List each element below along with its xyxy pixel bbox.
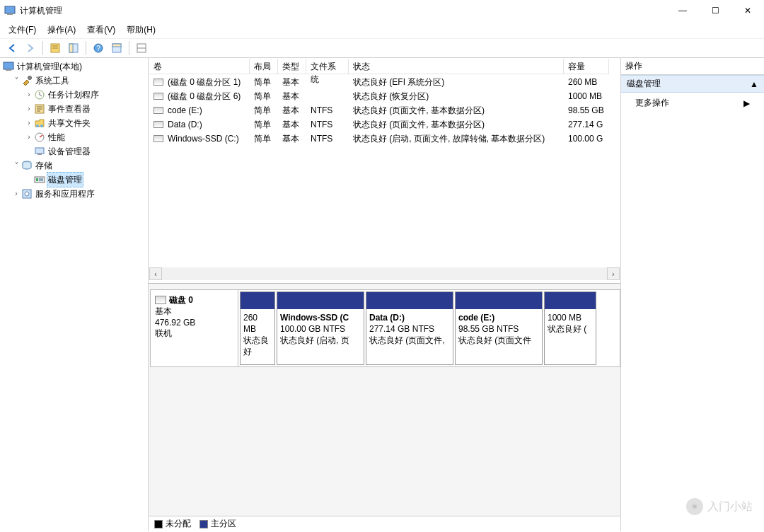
actions-section-disk-management[interactable]: 磁盘管理 ▲ [621,75,764,93]
partition-line2: 状态良好 (页面文件, [369,335,450,346]
svg-point-13 [28,76,32,80]
close-button[interactable]: ✕ [731,0,764,21]
disk-type: 基本 [155,306,233,318]
tree-task-scheduler[interactable]: ›任务计划程序 [0,88,148,102]
svg-rect-23 [36,178,38,181]
partition-line2: 状态良好 [243,335,272,357]
partition-line1: 1000 MB [548,312,593,323]
properties-button[interactable] [47,40,63,56]
forward-button[interactable] [23,40,38,56]
volume-capacity: 1000 MB [564,91,609,101]
col-filesystem[interactable]: 文件系统 [306,59,349,74]
actions-pane: 操作 磁盘管理 ▲ 更多操作 ▶ [621,58,764,531]
partition-line1: 260 MB [243,312,272,335]
expand-icon[interactable]: › [24,88,34,102]
maximize-button[interactable]: ☐ [699,0,731,21]
options-button[interactable] [109,40,125,56]
legend: 未分配 主分区 [149,516,620,531]
volume-type: 基本 [278,105,306,117]
performance-icon [34,132,45,143]
scroll-right-button[interactable]: › [607,267,620,280]
disk-info: 磁盘 0 基本 476.92 GB 联机 [151,290,238,366]
disk-management-icon [34,174,45,185]
tree-storage[interactable]: ˅ 存储 [0,158,148,173]
volume-layout: 简单 [250,133,278,145]
scroll-left-button[interactable]: ‹ [149,267,162,280]
minimize-button[interactable]: — [666,0,699,21]
legend-swatch-blue [199,520,208,528]
tree-root[interactable]: 计算机管理(本地) [0,59,148,74]
collapse-icon[interactable]: ˅ [11,74,21,88]
tree-performance[interactable]: ›性能 [0,130,148,144]
disk-partition[interactable]: code (E:)98.55 GB NTFS状态良好 (页面文件 [455,291,543,365]
tree-event-viewer[interactable]: ›事件查看器 [0,102,148,116]
computer-management-icon [3,61,14,72]
storage-icon [21,160,33,171]
volume-name: (磁盘 0 磁盘分区 6) [168,91,241,101]
svg-point-16 [36,125,39,127]
chevron-right-icon: ▶ [743,98,750,108]
help-button[interactable]: ? [91,40,106,56]
watermark: ✶ 入门小站 [686,498,753,515]
clock-icon [34,89,45,100]
col-volume[interactable]: 卷 [149,59,250,74]
expand-icon[interactable]: › [11,187,21,201]
show-hide-console-tree-button[interactable] [66,40,81,56]
tree-label: 事件查看器 [47,102,92,116]
partition-title: Windows-SSD (C [280,312,361,323]
col-status[interactable]: 状态 [349,59,564,74]
event-icon [34,103,45,115]
col-capacity[interactable]: 容量 [564,59,609,74]
tools-icon [21,75,33,86]
split-view-button[interactable] [134,40,149,56]
col-layout[interactable]: 布局 [250,59,278,74]
volume-row[interactable]: code (E:)简单基本NTFS状态良好 (页面文件, 基本数据分区)98.5… [149,103,620,117]
volume-icon [154,79,163,86]
disk-partition[interactable]: 1000 MB状态良好 ( [544,291,596,365]
disk-size: 476.92 GB [155,318,233,328]
disk-partition[interactable]: 260 MB状态良好 [240,291,275,365]
tree-disk-management[interactable]: ›磁盘管理 [0,173,148,187]
expand-icon[interactable]: › [24,130,34,144]
volume-fs: NTFS [306,134,349,144]
svg-rect-4 [69,44,73,52]
horizontal-scrollbar[interactable]: ‹ › [149,267,620,280]
back-button[interactable] [4,40,20,56]
volume-icon [154,121,163,128]
disk-status: 联机 [155,328,233,340]
volume-name: code (E:) [168,105,202,115]
titlebar: 计算机管理 — ☐ ✕ [0,0,764,21]
disk-entry[interactable]: 磁盘 0 基本 476.92 GB 联机 260 MB状态良好Windows-S… [150,289,620,367]
partition-line1: 100.00 GB NTFS [280,323,361,335]
app-icon [4,5,16,16]
volume-row[interactable]: Data (D:)简单基本NTFS状态良好 (页面文件, 基本数据分区)277.… [149,117,620,132]
tree-label: 共享文件夹 [47,116,92,130]
actions-more[interactable]: 更多操作 ▶ [621,93,764,113]
disk-partition[interactable]: Data (D:)277.14 GB NTFS状态良好 (页面文件, [366,291,453,365]
svg-rect-12 [6,69,11,71]
disk-label: 磁盘 0 [169,294,193,306]
expand-icon[interactable]: › [24,102,34,116]
tree-system-tools[interactable]: ˅ 系统工具 [0,74,148,88]
menu-help[interactable]: 帮助(H) [121,23,161,37]
partition-bar [456,292,542,309]
menu-action[interactable]: 操作(A) [42,23,81,37]
disk-partitions: 260 MB状态良好Windows-SSD (C100.00 GB NTFS状态… [238,290,620,366]
col-type[interactable]: 类型 [278,59,306,74]
volume-row[interactable]: (磁盘 0 磁盘分区 6)简单基本状态良好 (恢复分区)1000 MB [149,89,620,103]
tree-device-manager[interactable]: ›设备管理器 [0,144,148,158]
disk-partition[interactable]: Windows-SSD (C100.00 GB NTFS状态良好 (启动, 页 [277,291,364,365]
volume-row[interactable]: (磁盘 0 磁盘分区 1)简单基本状态良好 (EFI 系统分区)260 MB [149,75,620,89]
collapse-icon[interactable]: ˅ [11,158,21,173]
volume-type: 基本 [278,76,306,88]
tree-shared-folders[interactable]: ›共享文件夹 [0,116,148,130]
disk-graphical-view: 磁盘 0 基本 476.92 GB 联机 260 MB状态良好Windows-S… [149,283,620,531]
expand-icon[interactable]: › [24,116,34,130]
tree-services-apps[interactable]: › 服务和应用程序 [0,187,148,201]
volume-name: Windows-SSD (C:) [168,134,239,144]
volume-row[interactable]: Windows-SSD (C:)简单基本NTFS状态良好 (启动, 页面文件, … [149,132,620,146]
partition-title: Data (D:) [369,312,450,323]
menu-file[interactable]: 文件(F) [3,23,42,37]
svg-text:?: ? [96,45,100,52]
menu-view[interactable]: 查看(V) [81,23,121,37]
